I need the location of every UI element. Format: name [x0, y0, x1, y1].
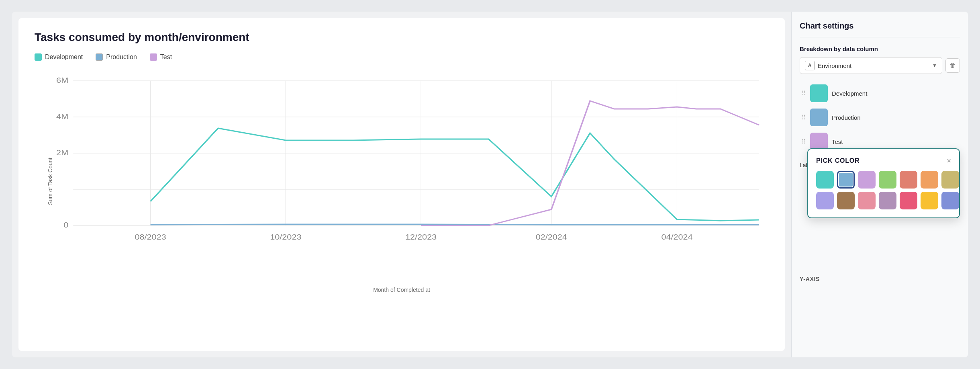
svg-text:6M: 6M: [56, 76, 68, 84]
color-option-lavender[interactable]: [816, 192, 834, 209]
color-option-brown[interactable]: [837, 192, 855, 209]
color-option-rose[interactable]: [900, 192, 917, 209]
y-axis-section-label: Y-AXIS: [800, 276, 960, 282]
series-name-production: Production: [832, 114, 958, 121]
svg-text:4M: 4M: [56, 113, 68, 121]
color-option-salmon[interactable]: [900, 171, 917, 189]
color-grid-row2: [816, 192, 951, 209]
y-axis-label: Sum of Task Count: [47, 158, 53, 205]
drag-handle-development[interactable]: ⠿: [801, 90, 806, 97]
svg-text:2M: 2M: [56, 149, 68, 157]
legend-item-development: Development: [35, 53, 83, 61]
legend-item-test: Test: [150, 53, 172, 61]
color-option-blue[interactable]: [837, 171, 855, 189]
series-list: ⠿ Development ⠿ Production ⠿ Test: [800, 82, 960, 153]
series-name-test: Test: [832, 138, 958, 145]
color-option-mauve[interactable]: [879, 192, 896, 209]
breakdown-label: Breakdown by data column: [800, 45, 960, 52]
settings-title: Chart settings: [800, 21, 960, 37]
legend-item-production: Production: [96, 53, 137, 61]
settings-panel: Chart settings Breakdown by data column …: [791, 12, 968, 357]
svg-text:08/2023: 08/2023: [135, 233, 166, 241]
color-option-green[interactable]: [879, 171, 896, 189]
color-option-teal[interactable]: [816, 171, 834, 189]
legend-dot-production: [96, 53, 103, 61]
series-row-development: ⠿ Development: [800, 82, 960, 105]
production-line: [151, 224, 759, 225]
legend-label-production: Production: [106, 53, 137, 61]
svg-text:04/2024: 04/2024: [661, 233, 692, 241]
picker-title: PICK COLOR: [816, 157, 860, 164]
close-icon[interactable]: ×: [947, 157, 951, 164]
color-option-yellow[interactable]: [921, 192, 938, 209]
series-name-development: Development: [832, 90, 958, 97]
chart-title: Tasks consumed by month/environment: [35, 31, 769, 44]
color-option-purple[interactable]: [858, 171, 876, 189]
color-swatch-production[interactable]: [810, 109, 828, 126]
svg-text:02/2024: 02/2024: [536, 233, 567, 241]
series-row-production: ⠿ Production: [800, 106, 960, 129]
svg-text:12/2023: 12/2023: [405, 233, 437, 241]
color-picker-popup: PICK COLOR ×: [807, 148, 960, 218]
chart-panel: Tasks consumed by month/environment Deve…: [18, 18, 785, 351]
type-icon: A: [805, 61, 815, 70]
test-line: [421, 101, 759, 226]
chart-legend: Development Production Test: [35, 53, 769, 61]
chevron-down-icon: ▼: [932, 63, 937, 68]
svg-text:10/2023: 10/2023: [270, 233, 301, 241]
x-axis-label: Month of Completed at: [35, 287, 769, 293]
color-swatch-test[interactable]: [810, 133, 828, 150]
picker-header: PICK COLOR ×: [816, 157, 951, 164]
color-option-orange[interactable]: [921, 171, 938, 189]
svg-text:0: 0: [63, 221, 68, 229]
legend-label-test: Test: [160, 53, 172, 61]
legend-dot-test: [150, 53, 157, 61]
drag-handle-test[interactable]: ⠿: [801, 138, 806, 146]
legend-label-development: Development: [45, 53, 83, 61]
color-option-pink[interactable]: [858, 192, 876, 209]
color-grid-row1: [816, 171, 951, 189]
chart-svg: 6M 4M 2M 0 08/2023 10/2023 12/2023 02/20…: [35, 69, 769, 282]
color-option-olive[interactable]: [941, 171, 959, 189]
breakdown-row: A Environment ▼ 🗑: [800, 57, 960, 74]
development-line: [151, 128, 759, 221]
chart-area: Sum of Task Count 6M 4M 2M 0: [35, 69, 769, 294]
y-axis-section: Y-AXIS: [800, 276, 960, 282]
color-swatch-development[interactable]: [810, 84, 828, 102]
color-option-periwinkle[interactable]: [941, 192, 959, 209]
trash-icon: 🗑: [949, 62, 956, 69]
dropdown-text: Environment: [818, 62, 932, 69]
legend-dot-development: [35, 53, 42, 61]
delete-button[interactable]: 🗑: [945, 58, 960, 73]
drag-handle-production[interactable]: ⠿: [801, 114, 806, 121]
environment-dropdown[interactable]: A Environment ▼: [800, 57, 942, 74]
